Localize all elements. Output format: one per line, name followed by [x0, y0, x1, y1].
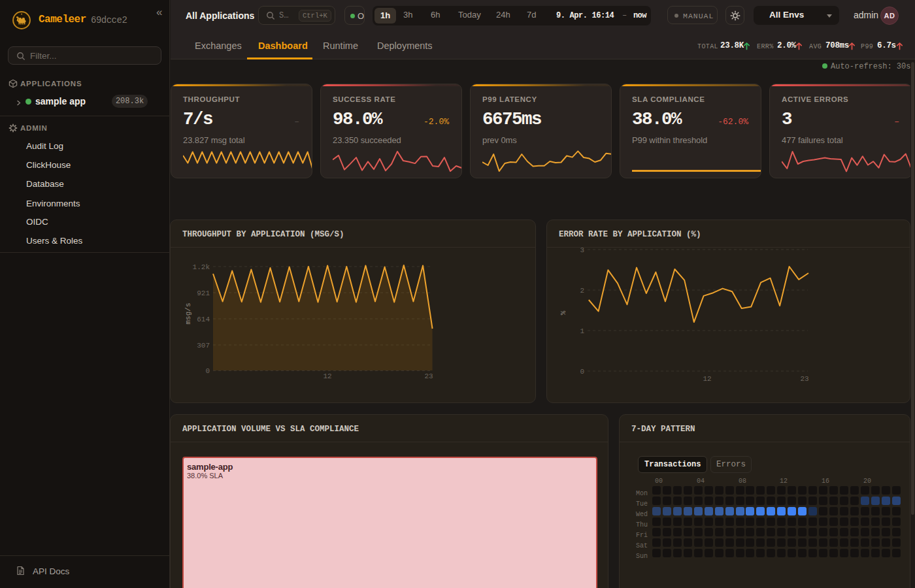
svg-text:2: 2 — [580, 287, 584, 295]
svg-text:1: 1 — [580, 327, 584, 335]
svg-text:3: 3 — [580, 246, 584, 254]
svg-text:23: 23 — [424, 372, 433, 380]
svg-text:307: 307 — [197, 342, 210, 350]
svg-text:614: 614 — [197, 316, 210, 323]
svg-text:921: 921 — [197, 289, 210, 297]
svg-text:1.2k: 1.2k — [193, 263, 210, 271]
svg-text:0: 0 — [580, 368, 584, 376]
svg-text:%: % — [559, 310, 567, 315]
svg-text:12: 12 — [703, 375, 711, 383]
svg-text:0: 0 — [205, 367, 210, 375]
svg-text:23: 23 — [800, 375, 808, 383]
svg-text:msg/s: msg/s — [184, 302, 192, 324]
svg-text:12: 12 — [323, 372, 331, 380]
